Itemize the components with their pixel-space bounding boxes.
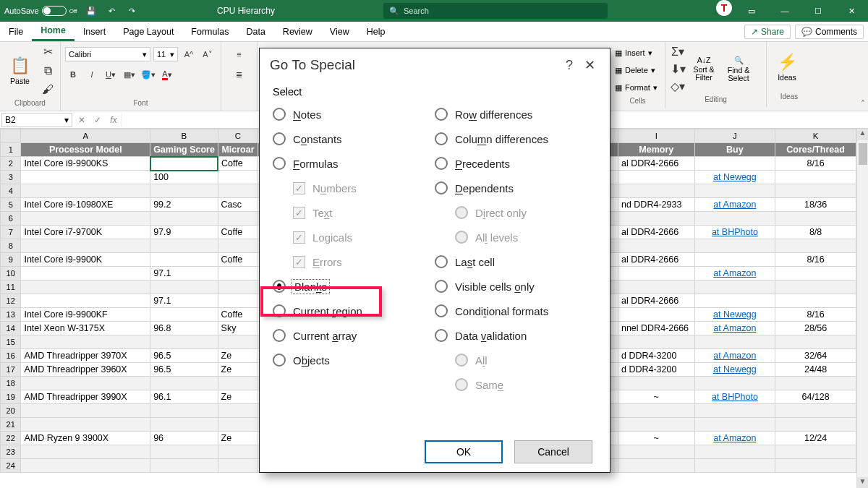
cell[interactable]: 8/16	[775, 253, 856, 267]
table-header-cell[interactable]: Memory	[618, 143, 694, 157]
cell[interactable]	[775, 212, 856, 226]
row-header[interactable]: 3	[1, 171, 21, 184]
cell[interactable]: at Amazon	[694, 267, 775, 281]
cell[interactable]	[775, 459, 856, 473]
cell[interactable]	[775, 171, 856, 184]
row-header[interactable]: 15	[1, 335, 21, 349]
cell[interactable]	[775, 239, 856, 253]
cell[interactable]: al DDR4-2666	[618, 253, 694, 267]
cell[interactable]	[218, 212, 258, 226]
option-blanks[interactable]: Blanks	[273, 274, 435, 299]
cell[interactable]	[218, 377, 258, 390]
fill-icon[interactable]: ⬇▾	[670, 61, 686, 77]
cell[interactable]	[618, 267, 694, 281]
cell[interactable]: Ze	[218, 432, 258, 445]
scroll-down-icon[interactable]: ▼	[857, 477, 868, 488]
cell[interactable]: nnel DDR4-2666	[618, 322, 694, 335]
cell[interactable]	[694, 459, 775, 473]
cell[interactable]: at Newegg	[694, 171, 775, 184]
cell[interactable]: at Newegg	[694, 363, 775, 377]
cell[interactable]	[218, 404, 258, 418]
cell[interactable]	[218, 418, 258, 432]
cell[interactable]	[218, 281, 258, 294]
cell[interactable]: 8/8	[775, 226, 856, 239]
column-header[interactable]: I	[618, 129, 694, 143]
enter-formula-icon[interactable]: ✓	[90, 115, 106, 125]
cell[interactable]	[150, 308, 218, 322]
cancel-button[interactable]: Cancel	[514, 440, 592, 463]
cell[interactable]	[150, 377, 218, 390]
cell[interactable]: Ze	[218, 390, 258, 404]
cell[interactable]	[618, 212, 694, 226]
table-header-cell[interactable]: Buy	[694, 143, 775, 157]
cell[interactable]	[218, 445, 258, 459]
row-header[interactable]: 16	[1, 349, 21, 363]
cell[interactable]	[21, 459, 150, 473]
cell[interactable]: Intel Core i9-9900K	[21, 253, 150, 267]
cell[interactable]	[21, 404, 150, 418]
cell[interactable]: 96.1	[150, 390, 218, 404]
vertical-scrollbar[interactable]: ▲ ▼	[856, 129, 868, 488]
cell[interactable]	[150, 212, 218, 226]
minimize-icon[interactable]: —	[768, 0, 801, 22]
cell[interactable]: Sky	[218, 322, 258, 335]
comments-button[interactable]: 💬 Comments	[795, 25, 864, 39]
format-painter-icon[interactable]: 🖌	[40, 82, 56, 98]
column-header[interactable]: K	[775, 129, 856, 143]
copy-icon[interactable]: ⧉	[40, 63, 56, 79]
row-header[interactable]: 24	[1, 459, 21, 473]
cell[interactable]: 99.2	[150, 198, 218, 212]
cell[interactable]	[21, 171, 150, 184]
option-current-region[interactable]: Current region	[273, 299, 435, 323]
row-header[interactable]: 9	[1, 253, 21, 267]
cell[interactable]	[694, 445, 775, 459]
cell[interactable]: 100	[150, 171, 218, 184]
cells-insert-button[interactable]: ▦ Insert▾	[615, 45, 652, 61]
font-name-select[interactable]: Calibri▾	[65, 47, 150, 61]
row-header[interactable]: 1	[1, 143, 21, 157]
fx-icon[interactable]: fx	[106, 115, 122, 125]
column-header[interactable]: C	[218, 129, 258, 143]
cell[interactable]: at Amazon	[694, 198, 775, 212]
option-dependents[interactable]: Dependents	[435, 176, 597, 200]
row-header[interactable]: 10	[1, 267, 21, 281]
row-header[interactable]: 19	[1, 390, 21, 404]
clear-icon[interactable]: ◇▾	[670, 78, 686, 94]
cell[interactable]	[618, 418, 694, 432]
scroll-up-icon[interactable]: ▲	[857, 129, 868, 140]
tab-help[interactable]: Help	[358, 22, 394, 41]
cell[interactable]	[775, 335, 856, 349]
cell[interactable]: 96.8	[150, 322, 218, 335]
cell[interactable]: d DDR4-3200	[618, 349, 694, 363]
tab-view[interactable]: View	[321, 22, 358, 41]
option-visible-cells-only[interactable]: Visible cells only	[435, 274, 597, 299]
option-notes[interactable]: Notes	[273, 102, 435, 127]
cell[interactable]: 8/16	[775, 157, 856, 171]
option-column-differences[interactable]: Column differences	[435, 127, 597, 151]
option-data-validation[interactable]: Data validation	[435, 323, 597, 348]
option-objects[interactable]: Objects	[273, 348, 435, 372]
cell[interactable]	[694, 418, 775, 432]
cell[interactable]	[218, 184, 258, 198]
row-header[interactable]: 12	[1, 294, 21, 308]
cell[interactable]	[218, 267, 258, 281]
cell[interactable]	[694, 157, 775, 171]
cell[interactable]	[694, 281, 775, 294]
tab-page-layout[interactable]: Page Layout	[114, 22, 182, 41]
cell[interactable]: Intel Xeon W-3175X	[21, 322, 150, 335]
cell[interactable]: Ze	[218, 363, 258, 377]
cell[interactable]: 96.5	[150, 349, 218, 363]
option-conditional-formats[interactable]: Conditional formats	[435, 299, 597, 323]
cell[interactable]	[21, 418, 150, 432]
cell[interactable]	[618, 335, 694, 349]
row-header[interactable]: 14	[1, 322, 21, 335]
row-header[interactable]: 4	[1, 184, 21, 198]
cell[interactable]	[218, 171, 258, 184]
undo-icon[interactable]: ↶	[101, 1, 122, 21]
cell[interactable]	[618, 404, 694, 418]
paste-button[interactable]: 📋Paste	[4, 47, 35, 95]
option-precedents[interactable]: Precedents	[435, 151, 597, 176]
cell[interactable]: 97.9	[150, 226, 218, 239]
fill-color-button[interactable]: 🪣▾	[140, 67, 156, 82]
cell[interactable]	[150, 335, 218, 349]
